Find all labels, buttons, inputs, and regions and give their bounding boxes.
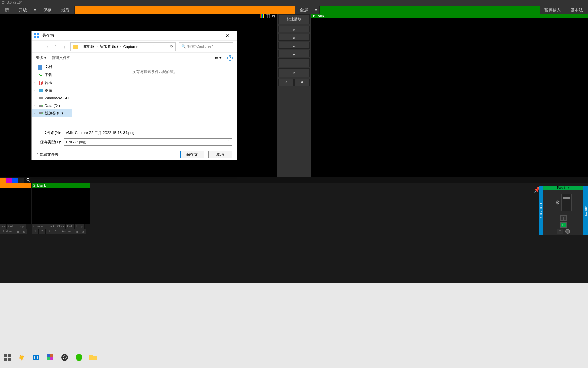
widgets-icon[interactable] — [46, 353, 55, 362]
overlay-3[interactable]: 3 — [278, 79, 294, 86]
tile-1-list-icon[interactable]: ≡ — [15, 229, 21, 234]
pin-icon[interactable]: 📌 — [534, 187, 538, 191]
nav-forward-icon[interactable]: → — [44, 44, 49, 49]
tile-2-ov3[interactable]: 3 — [46, 229, 52, 234]
tile-2-audio[interactable]: Audio — [59, 229, 74, 234]
fullscreen-dropdown[interactable]: ▾ — [313, 6, 320, 14]
colorbar-icon[interactable] — [260, 14, 265, 19]
tile-2-ov4[interactable]: 4 — [52, 229, 59, 234]
tile-1-buttons: Audio ≡ ⚙ — [0, 229, 31, 234]
filetype-select[interactable]: PNG (*.png) ˅ — [64, 138, 232, 146]
pause-input-button[interactable]: 暂停输入 — [540, 6, 566, 14]
view-mode-icon[interactable]: ▭ ▾ — [213, 55, 224, 61]
tile-2-ov2[interactable]: 2 — [39, 229, 46, 234]
tile-1-audio[interactable]: Audio — [0, 229, 15, 234]
headphones-icon[interactable] — [557, 229, 563, 234]
category-blue[interactable] — [12, 178, 18, 183]
tree-item-E[interactable]: ›新加卷 (E:) — [32, 109, 72, 117]
save-button[interactable]: 保存 — [38, 6, 56, 14]
quick-play-button[interactable]: 快速播放 — [278, 14, 310, 24]
address-bar[interactable]: › 此电脑 › 新加卷 (E:) › Captures ˅ ⟳ — [70, 42, 176, 51]
speaker-icon[interactable] — [560, 222, 567, 228]
organize-button[interactable]: 组织 ▾ — [36, 55, 46, 60]
nav-up-icon[interactable]: ↑ — [62, 44, 67, 49]
info-icon[interactable]: i — [560, 215, 567, 221]
filename-input[interactable] — [64, 129, 232, 136]
help-icon[interactable]: ? — [227, 55, 233, 61]
wechat-icon[interactable] — [74, 353, 84, 362]
outputs-tab[interactable]: OUTPUTS — [539, 186, 543, 235]
tile-1-preview[interactable] — [0, 188, 31, 224]
start-icon[interactable] — [3, 353, 12, 362]
tree-item-[interactable]: ›音乐 — [32, 79, 72, 87]
weather-icon[interactable]: ☀️ — [17, 353, 27, 362]
last-button[interactable]: 最后 — [56, 6, 75, 14]
tree-item-WindowsSSD[interactable]: ›Windows-SSD — [32, 94, 72, 102]
svg-rect-1 — [261, 14, 262, 18]
category-magenta[interactable] — [6, 178, 12, 183]
tile-2-quickplay[interactable]: Quick Play — [44, 224, 66, 229]
transition-2[interactable]: ▾ — [278, 34, 310, 41]
overlay-4[interactable]: 4 — [294, 79, 310, 86]
b-button[interactable]: B — [278, 68, 310, 77]
tile-2-close[interactable]: Close — [32, 224, 44, 229]
tree-item-[interactable]: ›下载 — [32, 71, 72, 79]
refresh-icon[interactable]: ⟳ — [170, 44, 173, 49]
chevron-right-icon: › — [34, 65, 37, 69]
tile-2-list-icon[interactable]: ≡ — [74, 229, 80, 234]
tile-1-gear-icon[interactable]: ⚙ — [21, 229, 27, 234]
svg-point-34 — [42, 98, 43, 98]
open-dropdown[interactable]: ▾ — [32, 6, 38, 14]
tile-2-gear-icon[interactable]: ⚙ — [80, 229, 86, 234]
category-orange[interactable] — [0, 178, 6, 183]
tree-item-[interactable]: ›文档 — [32, 63, 72, 71]
search-icon[interactable] — [26, 178, 31, 183]
ftb-button[interactable]: m — [278, 58, 310, 67]
save-dialog-button[interactable]: 保存(S) — [180, 151, 204, 158]
tile-1-loop[interactable]: Loop — [15, 224, 26, 229]
addr-dropdown-icon[interactable]: ˅ — [153, 44, 155, 49]
new-folder-button[interactable]: 新建文件夹 — [52, 55, 70, 60]
tile-2-cut[interactable]: Cut — [66, 224, 74, 229]
program-video[interactable] — [311, 18, 588, 177]
dialog-titlebar[interactable]: 另存为 ✕ — [32, 31, 237, 41]
basic-button[interactable]: 基本法 — [566, 6, 588, 14]
tile-2-loop[interactable]: Loop — [75, 224, 85, 229]
transition-4[interactable]: ▾ — [278, 50, 310, 57]
fullscreen-button[interactable]: 全屏 — [295, 6, 313, 14]
tile-2-preview[interactable] — [32, 188, 90, 224]
tile-1-play[interactable]: ay — [0, 224, 7, 229]
explorer-icon[interactable] — [88, 353, 98, 362]
cancel-button[interactable]: 取消 — [208, 151, 232, 158]
tile-1-cut[interactable]: Cut — [7, 224, 15, 229]
tree-item-[interactable]: ›桌面 — [32, 87, 72, 94]
crumb-drive[interactable]: 新加卷 (E:) — [100, 44, 118, 49]
obs-icon[interactable] — [60, 353, 69, 362]
new-button[interactable]: 新 — [0, 6, 14, 14]
svg-point-18 — [61, 354, 68, 361]
taskview-icon[interactable] — [31, 353, 41, 362]
pan-knob[interactable] — [565, 229, 570, 234]
file-list[interactable]: 没有与搜索条件匹配的项。 — [72, 63, 237, 128]
nav-recent-icon[interactable]: ˅ — [53, 44, 58, 49]
transition-1[interactable]: ▾ — [278, 26, 310, 32]
close-icon[interactable]: ✕ — [220, 33, 234, 39]
search-input[interactable]: 🔍 搜索"Captures" — [179, 42, 233, 51]
gear-icon[interactable] — [271, 14, 276, 19]
nav-back-icon[interactable]: ← — [35, 44, 40, 49]
tree-item-DataD[interactable]: ›Data (D:) — [32, 102, 72, 109]
layout-icon[interactable] — [265, 14, 270, 19]
master-gear-icon[interactable]: ⚙ — [555, 199, 560, 206]
open-button[interactable]: 开放 — [14, 6, 32, 14]
tile-1-controls: ay Cut Loop — [0, 224, 31, 229]
master-fader[interactable] — [561, 194, 572, 211]
tile-2-ov1[interactable]: 1 — [32, 229, 39, 234]
crumb-folder[interactable]: Captures — [123, 45, 138, 49]
crumb-pc[interactable]: 此电脑 — [83, 44, 95, 49]
tile-1-header[interactable] — [0, 183, 31, 188]
tile-2-header[interactable]: 2 Blank — [32, 183, 90, 188]
hide-folders-toggle[interactable]: ˄ 隐藏文件夹 — [36, 152, 59, 157]
category-black[interactable] — [18, 178, 24, 183]
inputs-tab[interactable]: INPUTS — [583, 186, 588, 235]
transition-3[interactable]: ▾ — [278, 42, 310, 49]
